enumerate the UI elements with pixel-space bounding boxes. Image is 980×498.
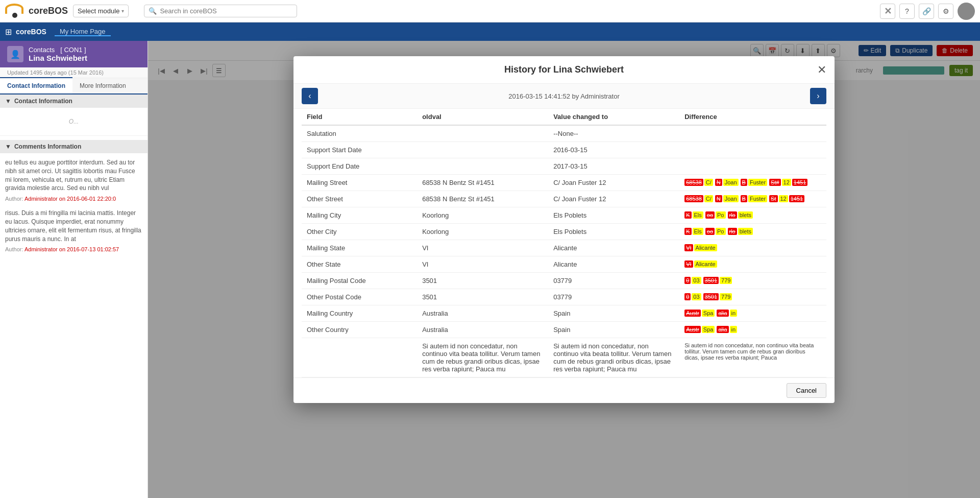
cell-field: Mailing Postal Code [302,273,417,289]
search-icon: 🔍 [149,7,157,15]
close-button[interactable]: ✕ [880,4,895,19]
select-module-dropdown[interactable]: Select module ▾ [73,5,129,17]
table-row: Mailing CountryAustraliaSpainAustrSpaali… [302,305,826,322]
modal-nav-bar: ‹ 2016-03-15 14:41:52 by Administrator › [293,84,835,109]
brand-name: coreBOS [16,28,46,36]
record-header: 👤 Contacts [ CON1 ] Lina Schwiebert [0,41,148,67]
cell-field: Other Postal Code [302,289,417,305]
cell-field: Mailing City [302,207,417,224]
comment-author-link-2[interactable]: Administrator on 2016-07-13 01:02:57 [24,246,119,252]
cell-diff: AustrSpaaliain [679,322,826,338]
cell-newval: Alicante [548,240,679,256]
field-row: O... [0,108,148,136]
contact-info-section-label: Contact Information [14,98,72,105]
table-row: Other Street68538 N Bentz St #1451C/ Joa… [302,191,826,207]
table-row: Other StateVIAlicanteVIAlicante [302,256,826,273]
search-bar[interactable]: 🔍 [144,5,297,17]
cell-oldval: 68538 N Bentz St #1451 [417,191,548,207]
cell-diff: VIAlicante [679,256,826,273]
nav-home[interactable]: My Home Page [55,28,111,36]
cell-oldval: VI [417,240,548,256]
cell-newval: 03779 [548,273,679,289]
tab-bar: Contact Information More Information [0,78,148,94]
modal-close-button[interactable]: ✕ [817,63,826,77]
tab-contact-info[interactable]: Contact Information [0,77,72,93]
next-history-button[interactable]: › [810,88,826,104]
cell-field: Other State [302,256,417,273]
comments-section: eu tellus eu augue porttitor interdum. S… [0,153,148,257]
collapse-icon: ▼ [5,98,11,105]
contact-info-section-header: ▼ Contact Information [0,94,148,108]
tab-more-info[interactable]: More Information [72,78,133,93]
cell-diff: 0033501779 [679,273,826,289]
table-row: Other CityKoorlongEls PobletsKEls ooPorl… [302,224,826,240]
cell-oldval: 3501 [417,289,548,305]
settings-icon[interactable]: ⚙ [938,4,953,19]
table-row: Mailing Street68538 N Bentz St #1451C/ J… [302,175,826,191]
logo: coreBOS [5,4,68,19]
chevron-down-icon: ▾ [121,8,124,14]
table-row: Si autem id non concedatur, non continuo… [302,338,826,377]
cell-newval: 2017-03-15 [548,158,679,175]
comment-text-2: risus. Duis a mi fringilla mi lacinia ma… [5,209,142,243]
cell-newval: --None-- [548,125,679,142]
app-name: coreBOS [29,6,68,16]
cell-oldval: Koorlong [417,224,548,240]
history-modal: History for Lina Schwiebert ✕ ‹ 2016-03-… [293,56,835,403]
comment-author-link-1[interactable]: Administrator on 2016-06-01 22:20:0 [24,196,116,202]
table-header-row: Field oldval Value changed to Difference [302,109,826,125]
cell-diff: KEls ooPorloblets [679,224,826,240]
comment-author-1: Author: Administrator on 2016-06-01 22:2… [5,196,142,202]
table-row: Salutation--None-- [302,125,826,142]
table-row: Other Postal Code3501037790033501779 [302,289,826,305]
prev-history-button[interactable]: ‹ [302,88,318,104]
topbar-right: ✕ ? 🔗 ⚙ [880,3,975,20]
cell-oldval: 68538 N Bentz St #1451 [417,175,548,191]
cell-newval: 2016-03-15 [548,142,679,158]
record-icon: 👤 [7,46,23,62]
topbar: coreBOS Select module ▾ 🔍 ✕ ? 🔗 ⚙ [0,0,980,22]
secondbar: ⊞ coreBOS My Home Page [0,22,980,41]
table-row: Mailing CityKoorlongEls PobletsKEls ooPo… [302,207,826,224]
cell-diff: 68538C/ NJoan BFuster St121451 [679,191,826,207]
col-oldval: oldval [417,109,548,125]
modal-header: History for Lina Schwiebert ✕ [293,56,835,84]
cell-newval: Alicante [548,256,679,273]
cell-field: Mailing State [302,240,417,256]
cancel-button[interactable]: Cancel [787,383,826,398]
table-row: Mailing StateVIAlicanteVIAlicante [302,240,826,256]
search-input[interactable] [160,7,292,15]
cell-diff: Si autem id non concedatur, non continuo… [679,338,826,377]
cell-oldval: VI [417,256,548,273]
cell-oldval: Australia [417,305,548,322]
cell-newval: C/ Joan Fuster 12 [548,175,679,191]
record-name: Lina Schwiebert [29,54,87,62]
table-row: Mailing Postal Code3501037790033501779 [302,273,826,289]
modal-table-wrap: Field oldval Value changed to Difference… [293,109,835,377]
cell-oldval: Si autem id non concedatur, non continuo… [417,338,548,377]
avatar[interactable] [958,3,975,20]
cell-field: Other Country [302,322,417,338]
cell-oldval [417,125,548,142]
history-table: Field oldval Value changed to Difference… [302,109,826,377]
cell-diff [679,142,826,158]
cell-newval: 03779 [548,289,679,305]
history-nav-info: 2016-03-15 14:41:52 by Administrator [508,92,620,100]
cell-diff: 0033501779 [679,289,826,305]
cell-diff: VIAlicante [679,240,826,256]
cell-field [302,338,417,377]
record-module: Contacts [ CON1 ] [29,46,87,54]
grid-icon[interactable]: ⊞ [5,27,12,37]
cell-diff: AustrSpaaliain [679,305,826,322]
modal-footer: Cancel [293,377,835,403]
link-icon[interactable]: 🔗 [919,4,934,19]
comment-author-2: Author: Administrator on 2016-07-13 01:0… [5,246,142,252]
cell-oldval: Australia [417,322,548,338]
comments-section-label: Comments Information [14,143,81,150]
cell-newval: Spain [548,305,679,322]
left-panel: 👤 Contacts [ CON1 ] Lina Schwiebert Upda… [0,41,148,498]
cell-field: Other Street [302,191,417,207]
cell-diff [679,125,826,142]
cell-diff: 68538C/ NJoan BFuster St#121451 [679,175,826,191]
help-icon[interactable]: ? [899,4,915,19]
